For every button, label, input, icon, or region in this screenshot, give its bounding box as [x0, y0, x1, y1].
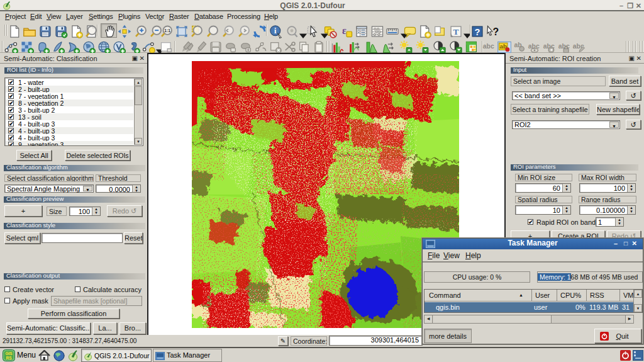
- svg-text:?: ?: [475, 27, 480, 37]
- svg-text:GIS: GIS: [5, 351, 13, 356]
- svg-text:i: i: [274, 26, 277, 35]
- svg-text:T: T: [453, 27, 459, 37]
- svg-text:1:1: 1:1: [164, 28, 170, 33]
- svg-text:?: ?: [492, 26, 499, 37]
- svg-text:abc: abc: [483, 43, 494, 50]
- svg-text:RS: RS: [6, 356, 12, 360]
- svg-text:ε: ε: [342, 25, 347, 36]
